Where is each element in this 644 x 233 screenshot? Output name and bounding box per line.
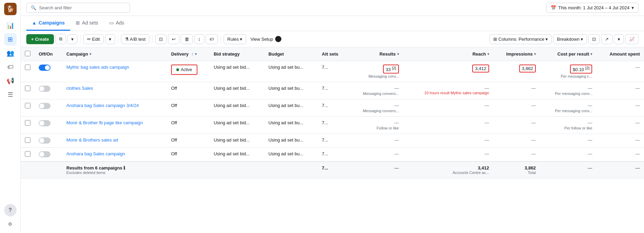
row6-att-cell: 7... (318, 148, 348, 162)
header-campaign-col[interactable]: Campaign ▾ (62, 47, 167, 61)
row1-checkbox[interactable] (25, 65, 30, 70)
chart-icon[interactable]: 📊 (4, 19, 17, 32)
undo-button[interactable]: ↩ (168, 34, 179, 44)
row1-status-dot (176, 68, 179, 71)
row1-results-sub: Messaging conv... (353, 74, 399, 78)
footer-budget-cell (264, 162, 318, 178)
row6-checkbox[interactable] (25, 151, 30, 157)
header-impressions-col[interactable]: Impressions ▾ (493, 47, 540, 61)
footer-cost-cell: — (540, 162, 596, 178)
row3-amount-cell: — (596, 99, 644, 117)
row4-campaign-link[interactable]: Monir & Brother fb page like campaign (66, 120, 143, 125)
tag-icon[interactable]: 🏷 (4, 61, 17, 73)
row6-impressions-cell: — (493, 148, 540, 162)
row5-att-cell: 7... (318, 134, 348, 148)
header-cost-col[interactable]: Cost per result ▾ (540, 47, 596, 61)
ads-icon: ▭ (109, 20, 114, 26)
row3-toggle[interactable] (39, 103, 50, 109)
row1-amount-value: — (635, 65, 640, 70)
people-icon[interactable]: 👥 (4, 47, 17, 59)
external-link-button[interactable]: ↗ (601, 34, 613, 44)
row1-budget-cell: Using ad set bu... (264, 61, 318, 82)
row1-amount-cell: — (596, 61, 644, 82)
row5-delivery-cell: Off (167, 134, 209, 148)
row3-checkbox[interactable] (25, 103, 30, 108)
archive-button[interactable]: ⊡ (155, 34, 167, 44)
row5-checkbox[interactable] (25, 137, 30, 143)
header-reach-label: Reach (473, 51, 486, 57)
row5-checkbox-cell (21, 134, 35, 148)
row1-campaign-link[interactable]: Mythic bag sales ads campaign (66, 65, 129, 70)
header-delivery-col[interactable]: Delivery ↑ ▾ (167, 47, 209, 61)
row3-impressions-cell: — (493, 99, 540, 117)
footer-impressions-value: 3,862 (497, 165, 536, 171)
campaigns-table: Off/On Campaign ▾ Delivery ↑ ▾ (21, 47, 644, 178)
create-button[interactable]: + Create (26, 34, 54, 44)
rules-button[interactable]: Rules ▾ (224, 34, 246, 44)
row4-toggle[interactable] (39, 120, 50, 126)
row1-results-value: 33 [2] (386, 67, 396, 72)
delete-button[interactable]: 🗑 (181, 34, 193, 44)
ab-test-button[interactable]: ⚗ A/B test (121, 34, 149, 44)
edit-button[interactable]: ✏ Edit (83, 34, 104, 44)
more-dropdown-button[interactable]: ▾ (614, 34, 624, 44)
tab-ads[interactable]: ▭ Ads (104, 16, 130, 31)
delivery-sort-icon: ↑ (192, 51, 194, 57)
grid-icon[interactable]: ⊞ (4, 33, 17, 46)
settings-icon[interactable]: ⚙ (4, 218, 17, 230)
header-reach-col[interactable]: Reach ▾ (403, 47, 493, 61)
row6-campaign-link[interactable]: Anshara bag Sales campaign (66, 151, 125, 156)
row6-cost-cell: — (540, 148, 596, 162)
menu-icon[interactable]: ☰ (4, 88, 17, 101)
move-button[interactable]: ↕ (194, 34, 204, 44)
table-row: Anshara bag Sales campaign 3/4/24 Off Us… (21, 99, 644, 117)
export-icon-button[interactable]: ⊡ (588, 34, 600, 44)
columns-button[interactable]: ⊞ Columns: Performance ▾ (489, 34, 552, 44)
search-icon: 🔍 (31, 5, 36, 10)
footer-reach-cell: 3,412 Accounts Centre ac... (403, 162, 493, 178)
copy-dropdown-button[interactable]: ▾ (67, 34, 77, 44)
header-bid-label: Bid strategy (214, 51, 240, 57)
row1-toggle[interactable] (39, 65, 50, 71)
table-row: Monir & Brothers sales ad Off Using ad s… (21, 134, 644, 148)
row1-delivery-cell: Active (167, 61, 209, 82)
header-amount-col[interactable]: Amount spent (596, 47, 644, 61)
row5-toggle[interactable] (39, 137, 50, 144)
row3-reach-cell: — (403, 99, 493, 117)
chart-view-button[interactable]: 📈 (625, 34, 638, 44)
row4-campaign-cell: Monir & Brother fb page like campaign (62, 117, 167, 134)
table-footer-row: Results from 6 campaigns ℹ Excludes dele… (21, 162, 644, 178)
tab-adsets[interactable]: ⊞ Ad sets (70, 16, 104, 31)
row1-results-cell: 33 [2] Messaging conv... (348, 61, 403, 82)
view-setup-toggle[interactable] (275, 36, 281, 42)
row2-toggle-cell (35, 82, 62, 99)
megaphone-icon[interactable]: 📢 (4, 75, 17, 87)
row6-toggle[interactable] (39, 151, 50, 157)
date-picker[interactable]: 📅 This month: 1 Jul 2024 – 4 Jul 2024 ▾ (546, 3, 638, 13)
row4-checkbox[interactable] (25, 120, 30, 126)
row2-impressions-cell: — (493, 82, 540, 99)
copy-button[interactable]: ⧉ (55, 34, 66, 44)
row5-cost-cell: — (540, 134, 596, 148)
view-setup-label: View Setup (250, 37, 273, 42)
tab-campaigns[interactable]: ▲ Campaigns (26, 16, 70, 31)
main-content: 🔍 Search and filter 📅 This month: 1 Jul … (21, 0, 644, 233)
tag-button[interactable]: 🏷 (206, 34, 218, 44)
help-button[interactable]: ? (4, 204, 17, 216)
row5-campaign-link[interactable]: Monir & Brothers sales ad (66, 137, 118, 143)
edit-dropdown-button[interactable]: ▾ (105, 34, 115, 44)
avatar[interactable]: 🐕 (4, 3, 17, 15)
row2-checkbox[interactable] (25, 86, 30, 91)
header-results-col[interactable]: Results ▾ (348, 47, 403, 61)
search-box[interactable]: 🔍 Search and filter (26, 3, 130, 13)
breakdown-button[interactable]: Breakdown ▾ (553, 34, 587, 44)
row2-toggle[interactable] (39, 86, 50, 92)
row2-campaign-link[interactable]: clothes Sales (66, 86, 93, 91)
header-delivery-label: Delivery (171, 51, 189, 57)
table-header-row: Off/On Campaign ▾ Delivery ↑ ▾ (21, 47, 644, 61)
divider-2 (118, 35, 118, 43)
row3-campaign-link[interactable]: Anshara bag Sales campaign 3/4/24 (66, 103, 139, 108)
select-all-checkbox[interactable] (25, 51, 30, 56)
header-results-label: Results (380, 51, 396, 57)
row1-toggle-cell (35, 61, 62, 82)
